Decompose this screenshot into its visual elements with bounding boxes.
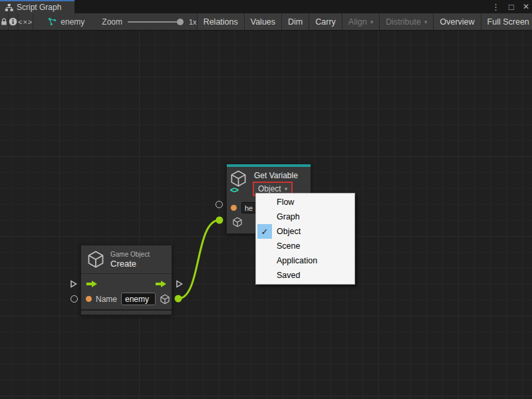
node-category: Game Object bbox=[110, 251, 150, 258]
menu-item-graph[interactable]: Graph bbox=[256, 209, 354, 224]
get-variable-header: <> Get Variable Object bbox=[227, 167, 311, 196]
window-controls: ⋮ □ ✕ bbox=[491, 0, 529, 13]
lock-button[interactable] bbox=[0, 13, 9, 30]
port-name-input-outer[interactable] bbox=[215, 201, 223, 208]
variable-scope-menu: Flow Graph Object Scene Application Save… bbox=[255, 193, 355, 285]
connection-wire[interactable] bbox=[178, 220, 219, 299]
lock-icon bbox=[0, 17, 8, 26]
distribute-button: Distribute bbox=[379, 13, 433, 30]
menu-item-application[interactable]: Application bbox=[256, 253, 354, 268]
info-icon bbox=[9, 17, 17, 26]
chevron-down-icon bbox=[370, 19, 374, 25]
zoom-slider[interactable] bbox=[128, 21, 184, 23]
menu-item-flow[interactable]: Flow bbox=[256, 195, 354, 209]
graph-icon bbox=[48, 17, 57, 26]
name-input[interactable] bbox=[121, 293, 156, 305]
port-name-input[interactable] bbox=[231, 205, 237, 211]
chevron-down-icon bbox=[285, 186, 288, 192]
check-gutter bbox=[257, 239, 272, 253]
check-gutter bbox=[257, 209, 272, 224]
name-label: Name bbox=[96, 295, 117, 304]
game-object-port-icon[interactable] bbox=[232, 217, 243, 227]
game-object-cube-icon bbox=[86, 250, 105, 269]
checkmark-icon bbox=[257, 224, 272, 239]
check-gutter bbox=[257, 195, 272, 209]
port-name-input[interactable] bbox=[86, 296, 92, 302]
inspect-button[interactable] bbox=[9, 13, 18, 30]
check-gutter bbox=[257, 253, 272, 268]
zoom-label: Zoom bbox=[102, 17, 122, 27]
values-button[interactable]: Values bbox=[244, 13, 281, 30]
create-game-object-node[interactable]: Game Object Create Name bbox=[80, 245, 172, 315]
node-title: Get Variable bbox=[254, 171, 298, 180]
graph-toolbar: <×> enemy Zoom 1x Relations Values Dim C… bbox=[0, 13, 532, 31]
preview-code-button[interactable]: <×> bbox=[18, 13, 33, 30]
graph-canvas[interactable]: <> Get Variable Object bbox=[0, 31, 532, 399]
variable-cube-icon bbox=[229, 170, 247, 188]
script-graph-window: Script Graph ⋮ □ ✕ <×> bbox=[0, 0, 532, 399]
create-node-body: Name bbox=[81, 274, 172, 309]
dim-button[interactable]: Dim bbox=[281, 13, 309, 30]
maximize-icon[interactable]: □ bbox=[509, 3, 514, 11]
toolbar-button-group: Relations Values Dim Carry Align Distrib… bbox=[197, 13, 532, 30]
menu-item-scene[interactable]: Scene bbox=[256, 239, 354, 253]
code-icon: <×> bbox=[18, 18, 33, 26]
chevron-down-icon bbox=[424, 19, 428, 25]
full-screen-button[interactable]: Full Screen bbox=[481, 13, 532, 30]
check-gutter bbox=[257, 268, 272, 283]
menu-item-object[interactable]: Object bbox=[256, 224, 354, 239]
close-icon[interactable]: ✕ bbox=[523, 3, 529, 11]
zoom-control: Zoom 1x bbox=[102, 17, 196, 27]
port-name-input-outer[interactable] bbox=[70, 295, 78, 303]
port-object-input-connected[interactable] bbox=[216, 217, 223, 224]
zoom-value: 1x bbox=[189, 18, 197, 26]
code-brackets-icon: <> bbox=[230, 186, 238, 195]
graph-name: enemy bbox=[61, 17, 84, 27]
overview-button[interactable]: Overview bbox=[433, 13, 480, 30]
window-menu-icon[interactable]: ⋮ bbox=[491, 3, 500, 11]
zoom-slider-knob[interactable] bbox=[177, 19, 184, 25]
game-object-output-icon[interactable] bbox=[160, 294, 170, 305]
port-flow-output-outer[interactable] bbox=[176, 279, 184, 289]
menu-item-saved[interactable]: Saved bbox=[256, 268, 354, 283]
flow-input-arrow-icon[interactable] bbox=[86, 280, 98, 288]
graph-breadcrumb[interactable]: enemy bbox=[48, 17, 84, 27]
carry-button[interactable]: Carry bbox=[309, 13, 342, 30]
sitemap-icon bbox=[5, 3, 13, 12]
tab-script-graph[interactable]: Script Graph bbox=[0, 0, 74, 13]
flow-output-arrow-icon[interactable] bbox=[155, 280, 167, 288]
create-node-header: Game Object Create bbox=[81, 245, 172, 273]
port-flow-input-outer[interactable] bbox=[70, 279, 78, 289]
relations-button[interactable]: Relations bbox=[197, 13, 244, 30]
tab-label: Script Graph bbox=[17, 3, 61, 12]
port-game-object-output-connected[interactable] bbox=[175, 295, 182, 303]
align-button: Align bbox=[342, 13, 379, 30]
node-footer bbox=[81, 309, 172, 315]
tab-bar: Script Graph ⋮ □ ✕ bbox=[0, 0, 532, 13]
node-title: Create bbox=[110, 259, 150, 269]
